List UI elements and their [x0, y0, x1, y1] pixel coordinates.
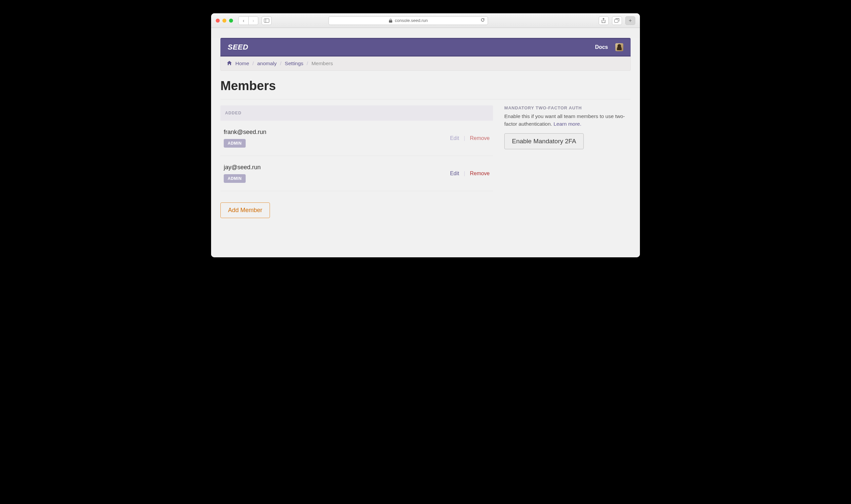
docs-link[interactable]: Docs — [595, 44, 608, 50]
avatar[interactable] — [615, 43, 623, 51]
breadcrumb-settings[interactable]: Settings — [285, 60, 304, 67]
lock-icon — [389, 19, 392, 23]
enable-2fa-button[interactable]: Enable Mandatory 2FA — [504, 133, 584, 149]
mfa-panel-description: Enable this if you want all team members… — [504, 112, 631, 128]
remove-member-link[interactable]: Remove — [470, 135, 490, 141]
close-window-button[interactable] — [216, 19, 220, 23]
url-bar[interactable]: console.seed.run — [328, 16, 488, 25]
new-tab-button[interactable]: + — [625, 16, 635, 25]
back-button[interactable]: ‹ — [238, 16, 248, 25]
breadcrumb-org[interactable]: anomaly — [257, 60, 277, 67]
learn-more-link[interactable]: Learn more. — [554, 121, 581, 127]
role-badge: ADMIN — [224, 174, 246, 183]
member-actions: Edit | Remove — [450, 170, 490, 177]
remove-member-link[interactable]: Remove — [470, 170, 490, 177]
breadcrumb-home[interactable]: Home — [235, 60, 249, 67]
mfa-panel-title: MANDATORY TWO-FACTOR AUTH — [504, 105, 631, 110]
mac-titlebar: ‹ › console.seed.run — [211, 13, 640, 28]
member-email: jay@seed.run — [224, 164, 260, 171]
window-controls — [216, 19, 233, 23]
url-display: console.seed.run — [395, 18, 428, 23]
breadcrumb: Home / anomaly / Settings / Members — [220, 56, 631, 71]
mac-window: ‹ › console.seed.run — [211, 13, 640, 257]
app-logo[interactable]: SEED — [228, 43, 248, 52]
zoom-window-button[interactable] — [229, 19, 233, 23]
edit-member-link[interactable]: Edit — [450, 135, 459, 141]
tabs-icon — [614, 18, 619, 23]
sidebar-toggle-button[interactable] — [261, 16, 272, 25]
app-topbar: SEED Docs — [220, 38, 631, 56]
minimize-window-button[interactable] — [222, 19, 227, 23]
share-icon — [601, 18, 606, 23]
plus-icon: + — [629, 18, 632, 24]
svg-rect-2 — [615, 20, 618, 23]
member-row: frank@seed.run ADMIN Edit | Remove — [220, 121, 493, 156]
share-button[interactable] — [599, 16, 609, 25]
page-title: Members — [220, 79, 631, 100]
reload-icon[interactable] — [481, 18, 485, 23]
member-actions: Edit | Remove — [450, 135, 490, 141]
breadcrumb-sep: / — [280, 60, 281, 67]
breadcrumb-sep: / — [307, 60, 308, 67]
svg-rect-0 — [264, 19, 269, 22]
members-panel-header: ADDED — [220, 105, 493, 121]
role-badge: ADMIN — [224, 139, 246, 148]
members-column: ADDED frank@seed.run ADMIN Edit | Remove — [220, 105, 493, 218]
browser-viewport: SEED Docs Home / anomaly / Settings / Me… — [211, 38, 640, 257]
mfa-panel: MANDATORY TWO-FACTOR AUTH Enable this if… — [504, 105, 631, 149]
home-icon — [227, 60, 232, 67]
nav-buttons: ‹ › — [238, 16, 258, 25]
breadcrumb-current: Members — [311, 60, 333, 67]
add-member-button[interactable]: Add Member — [220, 202, 270, 218]
tabs-button[interactable] — [612, 16, 622, 25]
member-email: frank@seed.run — [224, 129, 266, 136]
sidebar-icon — [264, 19, 269, 23]
breadcrumb-sep: / — [252, 60, 254, 67]
edit-member-link[interactable]: Edit — [450, 170, 459, 177]
forward-button[interactable]: › — [248, 16, 258, 25]
member-row: jay@seed.run ADMIN Edit | Remove — [220, 156, 493, 191]
